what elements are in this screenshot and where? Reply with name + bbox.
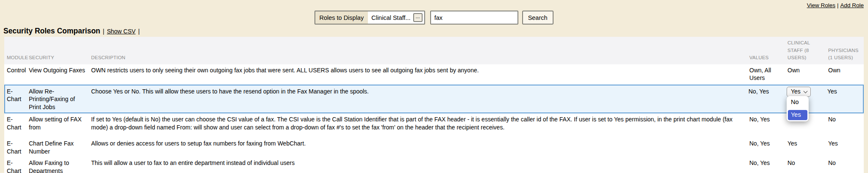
values-cell: No, Yes [749,137,787,157]
dropdown-option-yes[interactable]: Yes [788,110,807,120]
description-cell: Allows or denies access for users to set… [91,137,749,157]
roles-picker-button[interactable]: ... [413,13,423,22]
table-header-row: MODULE SECURITY DESCRIPTION VALUES CLINI… [4,37,864,64]
table-row-highlighted: E-Chart Allow Re-Printing/Faxing of Prin… [4,85,864,113]
module-cell: E-Chart [7,137,29,157]
physicians-cell: No [828,113,864,137]
header-security: SECURITY [29,52,91,64]
header-physicians: PHYSICIANS (1 USERS) [828,45,864,65]
search-button[interactable]: Search [522,11,554,25]
show-csv-link[interactable]: Show CSV [107,28,136,35]
header-description: DESCRIPTION [91,52,749,64]
header-module: MODULE [7,52,29,64]
search-input[interactable] [430,11,518,25]
search-area: Roles to Display Clinical Staff... ... S… [0,11,868,25]
header-clinical-staff: CLINICAL STAFF (8 USERS) [787,37,828,64]
page-title: Security Roles Comparison [3,27,100,36]
values-cell: Own, All Users [749,64,787,85]
table-row: E-Chart Allow Faxing to Departments This… [4,157,864,173]
top-action-bar: View Roles|Add Role [0,0,868,9]
add-role-link[interactable]: Add Role [840,2,864,8]
security-cell: Allow Re-Printing/Faxing of Print Jobs [29,85,91,113]
clinical-staff-cell: Yes No Yes [787,85,827,113]
roles-to-display-label: Roles to Display [315,11,368,24]
roles-value-text: Clinical Staff... [371,14,410,21]
roles-selected-value[interactable]: Clinical Staff... ... [368,11,424,24]
title-separator-2: | [138,28,140,35]
module-cell: E-Chart [7,85,29,113]
link-separator: | [835,2,840,8]
description-cell: Choose Yes or No. This will allow these … [91,85,748,113]
module-cell: E-Chart [7,113,29,137]
security-cell: View Outgoing Faxes [29,64,91,85]
security-roles-table: MODULE SECURITY DESCRIPTION VALUES CLINI… [4,37,864,173]
values-cell: No, Yes [748,85,787,113]
description-cell: If set to Yes (default is No) the user c… [91,113,749,137]
chevron-down-icon [803,89,807,93]
table-row: E-Chart Allow setting of FAX from If set… [4,113,864,137]
view-roles-link[interactable]: View Roles [807,2,835,8]
physicians-cell: Own [828,64,864,85]
clinical-staff-cell: Yes [787,137,828,157]
select-value: Yes [791,88,801,95]
physicians-cell: Yes [828,137,864,157]
description-cell: This will allow a user to fax to an enti… [91,157,749,173]
clinical-staff-cell: No [787,157,828,173]
security-cell: Chart Define Fax Number [29,137,91,157]
security-cell: Allow Faxing to Departments [29,157,91,173]
select-dropdown-popup: No Yes [787,96,809,121]
clinical-staff-select[interactable]: Yes [787,87,811,97]
roles-to-display-group: Roles to Display Clinical Staff... ... [314,11,425,25]
table-row: E-Chart Chart Define Fax Number Allows o… [4,137,864,157]
description-cell: OWN restricts users to only seeing their… [91,64,749,85]
clinical-staff-cell: Own [787,64,828,85]
module-cell: E-Chart [7,157,29,173]
physicians-cell: Yes [827,85,863,113]
table-row: Control View Outgoing Faxes OWN restrict… [4,64,864,85]
values-cell: No, Yes [749,157,787,173]
title-separator-1: | [103,28,105,35]
dropdown-option-no[interactable]: No [788,97,807,107]
values-cell: No, Yes [749,113,787,137]
security-cell: Allow setting of FAX from [29,113,91,137]
module-cell: Control [7,64,29,85]
page-header: Security Roles Comparison | Show CSV | [3,27,868,36]
header-values: VALUES [749,52,787,64]
physicians-cell: No [828,157,864,173]
